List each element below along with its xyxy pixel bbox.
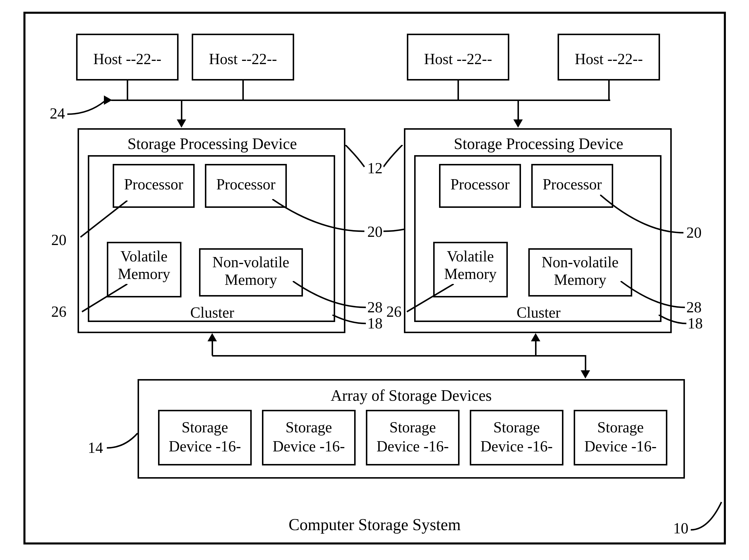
back-bus xyxy=(212,355,585,357)
back-drop-2 xyxy=(535,340,536,356)
volmem-l2-2: Memory xyxy=(444,265,496,282)
host-label-1: Host --22-- xyxy=(93,50,162,68)
back-drop-1-arrow xyxy=(208,333,217,341)
array-drop-arrow xyxy=(581,370,590,379)
ref-20-center: 20 xyxy=(367,223,383,240)
host-label-4: Host --22-- xyxy=(575,50,643,68)
callout-26-2 xyxy=(405,284,455,313)
sd-l1-1: Storage xyxy=(182,418,228,436)
callout-20-1a xyxy=(79,200,129,239)
volmem-l2-1: Memory xyxy=(117,265,170,282)
diagram-canvas: Computer Storage System 10 Host --22-- H… xyxy=(0,0,749,560)
ref-28-2: 28 xyxy=(686,299,702,316)
stub-host4 xyxy=(608,81,610,101)
volmem-l1-1: Volatile xyxy=(121,247,168,265)
sd-l2-4: Device -16- xyxy=(480,438,553,455)
sd-l1-4: Storage xyxy=(493,418,540,436)
spd-title-1: Storage Processing Device xyxy=(128,135,297,153)
proc-label-2b: Processor xyxy=(543,176,602,193)
proc-label-1b: Processor xyxy=(216,176,275,193)
ref-20-1a: 20 xyxy=(51,231,66,249)
drop-spd2-arrow xyxy=(513,120,523,128)
callout-26-1 xyxy=(81,284,129,313)
ref-18-1: 18 xyxy=(367,315,383,332)
volmem-l1-2: Volatile xyxy=(447,247,494,265)
back-drop-1 xyxy=(212,340,213,356)
spd-title-2: Storage Processing Device xyxy=(454,135,623,153)
ref-12: 12 xyxy=(367,159,383,177)
array-drop xyxy=(585,355,586,373)
array-title: Array of Storage Devices xyxy=(331,386,492,405)
ref-26-1: 26 xyxy=(51,303,66,320)
back-drop-2-arrow xyxy=(531,333,540,341)
callout-18-2 xyxy=(659,315,688,326)
proc-label-2a: Processor xyxy=(450,176,510,193)
sd-l2-1: Device -16- xyxy=(169,438,241,455)
ref-28-1: 28 xyxy=(367,299,383,316)
ref-14: 14 xyxy=(88,439,103,456)
drop-spd1-arrow xyxy=(177,120,186,128)
callout-10 xyxy=(691,500,723,536)
sd-l2-5: Device -16- xyxy=(584,438,657,455)
cluster-title-2: Cluster xyxy=(517,304,560,321)
proc-label-1a: Processor xyxy=(124,176,183,193)
system-title: Computer Storage System xyxy=(288,515,461,534)
stub-host3 xyxy=(457,81,459,101)
drop-spd1 xyxy=(181,100,183,122)
callout-20-1b xyxy=(272,199,366,234)
callout-12a xyxy=(345,145,366,168)
nvmem-l2-1: Memory xyxy=(224,271,277,288)
sd-l1-3: Storage xyxy=(390,418,436,436)
nvmem-l1-2: Non-volatile xyxy=(542,254,619,271)
callout-24 xyxy=(67,96,110,117)
drop-spd2 xyxy=(517,100,519,122)
callout-18-1 xyxy=(332,315,367,326)
callout-12b xyxy=(383,145,404,168)
sd-l2-3: Device -16- xyxy=(377,438,449,455)
host-label-3: Host --22-- xyxy=(424,50,492,68)
ref-18-2: 18 xyxy=(687,315,703,332)
cluster-title-1: Cluster xyxy=(190,304,234,321)
callout-28-1 xyxy=(293,281,367,310)
front-bus xyxy=(111,100,610,101)
ref-26-2: 26 xyxy=(386,303,402,320)
nvmem-l2-2: Memory xyxy=(554,271,606,288)
callout-20-2b xyxy=(600,195,685,236)
callout-28-2 xyxy=(621,281,686,310)
sd-l1-2: Storage xyxy=(286,418,332,436)
nvmem-l1-1: Non-volatile xyxy=(213,254,290,271)
callout-14 xyxy=(107,432,139,449)
ref-24: 24 xyxy=(50,105,65,122)
sd-l2-2: Device -16- xyxy=(273,438,345,455)
host-label-2: Host --22-- xyxy=(209,50,277,68)
stub-host1 xyxy=(127,81,128,101)
sd-l1-5: Storage xyxy=(597,418,644,436)
ref-20-2b: 20 xyxy=(686,224,702,241)
ref-10: 10 xyxy=(673,520,688,537)
stub-host2 xyxy=(242,81,244,101)
